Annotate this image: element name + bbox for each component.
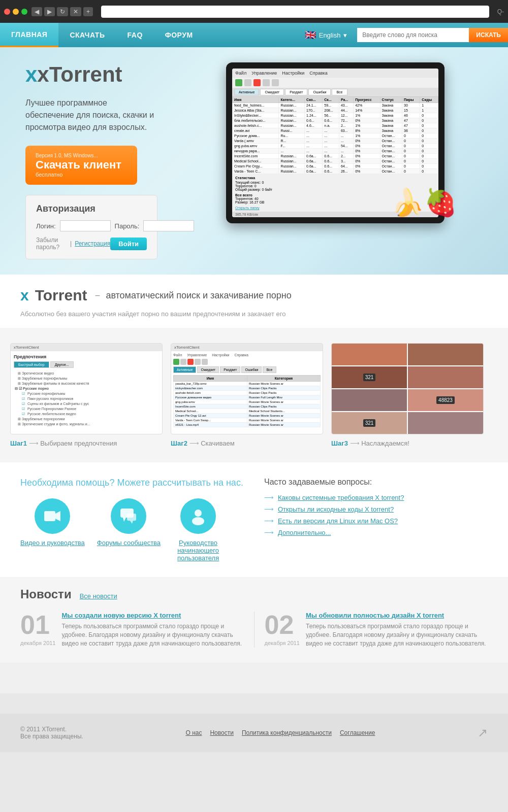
download-button[interactable]: Версия 1.0, MS Windows... Скачать клиент… xyxy=(25,146,137,185)
headline: автоматический поиск и закачивание порно xyxy=(106,290,291,301)
register-link[interactable]: Регистрация xyxy=(75,240,110,247)
play-btn[interactable] xyxy=(235,79,242,86)
news-header: Новости Все новости xyxy=(20,587,488,601)
menu-manage[interactable]: Управление xyxy=(251,71,277,76)
support-right: Часто задаваемые вопросы: ⟶ Каковы систе… xyxy=(264,478,488,562)
step3-label: Шаг3 ⟶ Наслаждаемся! xyxy=(331,439,484,447)
faq-item-2: ⟶ Открыты ли исходные коды X torrent? xyxy=(264,505,488,513)
login-input[interactable] xyxy=(60,220,111,231)
back-button[interactable]: ◀ xyxy=(31,7,42,16)
table-row: create.aviRussi.........63...8%Закача360 xyxy=(233,128,438,133)
chevron-down-icon: ▾ xyxy=(343,31,347,39)
list-item: ☑ Русские порнофильмы xyxy=(14,391,159,396)
login-button[interactable]: Войти xyxy=(110,238,147,250)
tab-waiting[interactable]: Ожидает xyxy=(260,89,284,95)
torrent-table: ИмяКатего...Ско...Ск...Ра...ПрогрессСтат… xyxy=(232,96,438,174)
faq-link-2[interactable]: Открыты ли исходные коды X torrent? xyxy=(278,505,394,513)
news-title-2[interactable]: Мы обновили полностью дизайн X torrent xyxy=(306,612,488,619)
faq-link-4[interactable]: Дополнительно... xyxy=(278,529,331,536)
list-item: ☑ Паки русских порнороликов xyxy=(14,396,159,401)
address-bar[interactable] xyxy=(101,6,489,18)
maximize-btn[interactable] xyxy=(21,9,27,15)
steps-section: xTorrentClient Предпочтения Быстрый выбо… xyxy=(0,328,508,462)
all-news-link[interactable]: Все новости xyxy=(80,592,117,600)
tab-seeding[interactable]: Раздает xyxy=(285,89,307,95)
search-input[interactable] xyxy=(357,28,469,42)
refresh-button[interactable]: ↻ xyxy=(57,7,68,16)
settings-btn[interactable] xyxy=(263,79,270,86)
table-row: gng.yuba.wmvRussian Movie Scenes ar xyxy=(174,400,321,404)
minimize-btn[interactable] xyxy=(13,9,19,15)
support-title: Необходима помощь? Можете рассчитывать н… xyxy=(20,478,244,488)
faq-title: Часто задаваемые вопросы: xyxy=(264,478,488,487)
lang-label: English xyxy=(319,31,341,39)
browser-controls: ◀ ▶ ↻ ✕ + xyxy=(31,7,93,16)
pref-tab-other[interactable]: Другое... xyxy=(50,361,74,368)
guide-link[interactable]: Руководство начинающего пользователя xyxy=(173,539,224,562)
photo-grid: 321 48823 321 xyxy=(332,344,483,434)
spacer xyxy=(0,663,508,693)
tab-active[interactable]: Активные xyxy=(173,366,196,373)
torrent-tabs: Активные Ожидает Раздает Ошибки Все xyxy=(232,88,438,96)
stop-button[interactable]: ✕ xyxy=(70,7,81,16)
torrent-menu: Файл Управление Настройки Справка xyxy=(232,69,438,78)
faq-link-1[interactable]: Каковы системные требования X torrent? xyxy=(278,494,404,501)
step2-content: ФайлУправлениеНастройкиСправка Активные … xyxy=(171,351,323,429)
search-btn[interactable] xyxy=(272,79,279,86)
photo-2 xyxy=(408,344,483,365)
hero-left: xxTorrent Лучшее программное обеспечение… xyxy=(10,62,173,259)
hero-desc: Лучшее программное обеспечение для поиск… xyxy=(25,97,157,133)
table-row: Русское дома...Ru............1%Остан...0… xyxy=(233,133,438,139)
footer-link-news[interactable]: Новости xyxy=(210,729,233,736)
faq-link-3[interactable]: Есть ли версии для Linux или Mac OS? xyxy=(278,517,398,525)
tab-all[interactable]: Все xyxy=(263,366,276,373)
search-button[interactable]: ИСКАТЬ xyxy=(469,28,508,42)
nav-home[interactable]: ГЛАВНАЯ xyxy=(0,23,58,47)
svg-marker-1 xyxy=(55,511,60,521)
scroll-top-icon[interactable]: ↗ xyxy=(478,726,488,740)
menu-file[interactable]: Файл xyxy=(235,71,246,76)
step1-label: Шаг1 ⟶ Выбираем предпочтения xyxy=(10,439,163,447)
footer-link-agreement[interactable]: Соглашение xyxy=(340,729,375,736)
step-3: 321 48823 321 Шаг3 ⟶ Наслаждаемся! xyxy=(331,343,484,447)
tab-all[interactable]: Все xyxy=(332,89,347,95)
footer-link-privacy[interactable]: Политика конфиденциальности xyxy=(242,729,332,736)
footer-link-about[interactable]: О нас xyxy=(185,729,202,736)
search-box[interactable]: Q- xyxy=(497,8,504,15)
footer-links: О нас Новости Политика конфиденциальност… xyxy=(185,729,375,736)
nav-download[interactable]: СКАЧАТЬ xyxy=(58,23,116,47)
video-link[interactable]: Видео и руководства xyxy=(20,539,85,547)
arrow-icon: ⟶ xyxy=(264,494,274,501)
support-left: Необходима помощь? Можете рассчитывать н… xyxy=(20,478,244,562)
list-item: ☑ Сцены из фильмов и Сайтрипы с рус xyxy=(14,401,159,407)
pause-btn[interactable] xyxy=(244,79,251,86)
language-selector[interactable]: 🇬🇧 English ▾ xyxy=(299,29,354,41)
news-title-1[interactable]: Мы создали новую версию X torrent xyxy=(62,612,244,619)
menu-settings[interactable]: Настройки xyxy=(282,71,304,76)
news-date-2: декабря 2011 xyxy=(265,640,300,646)
forward-button[interactable]: ▶ xyxy=(44,7,55,16)
photo-1 xyxy=(332,344,407,365)
person-icon-circle xyxy=(180,498,216,534)
pref-tabs: Быстрый выбор Другое... xyxy=(14,361,159,368)
menu-help[interactable]: Справка xyxy=(309,71,327,76)
close-btn[interactable] xyxy=(4,9,10,15)
news-num-1: 01 декабря 2011 xyxy=(20,612,56,648)
tab-waiting[interactable]: Ожидает xyxy=(197,366,219,373)
tab-errors[interactable]: Ошибки xyxy=(308,89,331,95)
tab-active[interactable]: Активные xyxy=(234,89,259,95)
preferences-panel: Предпочтения Быстрый выбор Другое... ⊞ Э… xyxy=(11,351,162,430)
nav-faq[interactable]: FAQ xyxy=(116,23,154,47)
tab-seeding[interactable]: Раздает xyxy=(220,366,240,373)
table-row: Medical School...Medical School Students… xyxy=(174,409,321,414)
list-item: ☑ Русское любительское видео xyxy=(14,412,159,417)
stop-btn[interactable] xyxy=(253,79,261,86)
arrow-icon: ⟶ xyxy=(264,505,274,513)
nav-forum[interactable]: ФОРУМ xyxy=(154,23,204,47)
forum-link[interactable]: Форумы сообщества xyxy=(97,539,161,547)
pref-tab-quick[interactable]: Быстрый выбор xyxy=(14,361,49,368)
new-tab-button[interactable]: + xyxy=(83,7,93,16)
list-item: ⊟ ☑ Русские порно xyxy=(14,386,159,391)
news-section: Новости Все новости 01 декабря 2011 Мы с… xyxy=(0,577,508,663)
tab-errors[interactable]: Ошибки xyxy=(241,366,262,373)
